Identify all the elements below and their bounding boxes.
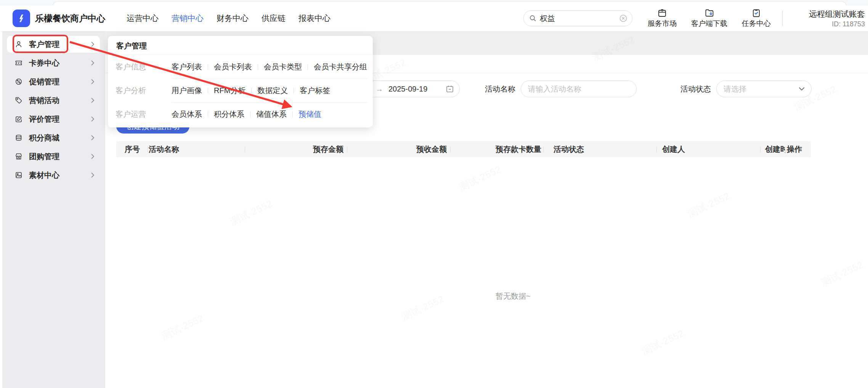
column-header-activity-status: 活动状态 [544, 141, 657, 157]
sidebar-item-group-buy-management[interactable]: 团购管理 [7, 148, 100, 165]
account-name: 远程组测试账套 [793, 9, 865, 19]
activity-name-input[interactable] [521, 80, 637, 97]
date-range-input[interactable]: → 2025-09-19 [362, 80, 460, 97]
sidebar-item-label: 团购管理 [29, 151, 91, 162]
client-download-link[interactable]: 客户端下载 [691, 8, 727, 29]
column-header-index: 序号 [116, 141, 148, 157]
search-input[interactable] [540, 14, 619, 23]
column-header-prestore-card-count: 预存款卡数量 [451, 141, 544, 157]
chevron-right-icon [91, 79, 95, 85]
select-placeholder: 请选择 [724, 84, 798, 94]
sidebar-item-label: 卡券中心 [29, 58, 91, 68]
sidebar-item-label: 促销管理 [29, 77, 91, 87]
column-header-create-time: 创建时间 [761, 141, 785, 157]
column-header-creator: 创建人 [657, 141, 761, 157]
activity-name-label: 活动名称 [485, 84, 515, 94]
person-icon [14, 40, 23, 48]
date-range-arrow: → [375, 85, 383, 93]
sidebar-item-label: 积分商城 [29, 133, 91, 143]
flyout-item-rfm-analysis[interactable]: RFM分析 [214, 85, 245, 96]
activity-status-filter: 活动状态 请选择 [680, 80, 812, 97]
flyout-item-member-card-type[interactable]: 会员卡类型 [264, 62, 302, 72]
sidebar-item-label: 评价管理 [29, 114, 91, 124]
flyout-group-customer-operation: 客户运营 会员体系 积分体系 储值体系 预储值 [108, 102, 373, 126]
flyout-title: 客户管理 [108, 36, 373, 55]
table-header: 序号 活动名称 预存金额 预收金额 预存款卡数量 活动状态 创建人 创建时间 操… [116, 141, 811, 157]
sidebar-item-label: 素材中心 [29, 170, 91, 180]
flyout-group-label: 客户运营 [116, 109, 146, 119]
chevron-right-icon [91, 153, 95, 159]
header-divider [782, 11, 783, 26]
sidebar-item-material-center[interactable]: 素材中心 [7, 167, 100, 184]
tag-icon [14, 96, 23, 105]
task-center-icon [751, 8, 761, 18]
flyout-item-prestored-value[interactable]: 预储值 [298, 109, 321, 119]
sidebar-item-label: 客户管理 [29, 39, 91, 50]
flyout-item-member-card-list[interactable]: 会员卡列表 [214, 62, 252, 72]
client-download-label: 客户端下载 [691, 19, 727, 29]
sidebar-item-review-management[interactable]: 评价管理 [7, 111, 100, 127]
percent-badge-icon [14, 77, 23, 86]
image-icon [14, 171, 23, 179]
column-header-prereceive-amount: 预收金额 [347, 141, 451, 157]
activity-status-select[interactable]: 请选择 [716, 80, 812, 97]
brand-logo-icon [13, 10, 30, 27]
nav-finance-center[interactable]: 财务中心 [217, 13, 249, 24]
brand-title: 乐檬餐饮商户中心 [35, 13, 105, 24]
column-header-prestore-amount: 预存金额 [245, 141, 347, 157]
flyout-group-customer-info: 客户信息 客户列表 会员卡列表 会员卡类型 会员卡共享分组 [108, 55, 373, 79]
flyout-item-user-portrait[interactable]: 用户画像 [172, 85, 202, 96]
activity-name-filter: 活动名称 [485, 80, 637, 97]
storefront-icon [14, 152, 23, 161]
flyout-item-data-definition[interactable]: 数据定义 [257, 85, 288, 96]
service-market-link[interactable]: 服务市场 [648, 8, 677, 29]
sidebar-item-customer-management[interactable]: 客户管理 [7, 36, 100, 53]
browser-tab-strip [0, 0, 868, 5]
task-center-link[interactable]: 任务中心 [742, 8, 771, 29]
flyout-item-member-card-share-group[interactable]: 会员卡共享分组 [314, 62, 367, 72]
chevron-down-icon [798, 87, 805, 91]
flyout-item-customer-tag[interactable]: 客户标签 [300, 85, 330, 96]
flyout-item-points-system[interactable]: 积分体系 [214, 109, 244, 119]
column-header-activity-name: 活动名称 [148, 141, 245, 157]
sidebar-item-marketing-activity[interactable]: 营销活动 [7, 92, 100, 109]
app-header: 乐檬餐饮商户中心 运营中心 营销中心 财务中心 供应链 报表中心 [0, 5, 868, 31]
column-header-operations: 操作 [785, 141, 811, 157]
chevron-right-icon [91, 172, 95, 178]
customer-management-flyout: 客户管理 客户信息 客户列表 会员卡列表 会员卡类型 会员卡共享分组 客户分析 … [108, 36, 373, 127]
sidebar-item-points-mall[interactable]: 积分商城 [7, 129, 100, 146]
nav-marketing-center[interactable]: 营销中心 [172, 13, 204, 24]
client-download-icon [704, 8, 714, 18]
nav-report-center[interactable]: 报表中心 [298, 13, 331, 24]
service-market-icon [657, 8, 667, 18]
sidebar: 客户管理 卡券中心 促销管理 [2, 31, 105, 388]
global-search[interactable] [523, 10, 632, 26]
nav-operation-center[interactable]: 运营中心 [127, 13, 159, 24]
flyout-group-label: 客户信息 [116, 62, 146, 72]
header-quick-links: 服务市场 客户端下载 [648, 8, 771, 29]
search-clear-icon[interactable] [619, 14, 627, 23]
search-icon [529, 14, 537, 22]
flyout-item-stored-value-system[interactable]: 储值体系 [256, 109, 287, 119]
nav-supply-chain[interactable]: 供应链 [262, 13, 286, 24]
activity-status-label: 活动状态 [680, 84, 711, 94]
sidebar-item-card-coupon-center[interactable]: 卡券中心 [7, 55, 100, 71]
flyout-group-label: 客户分析 [116, 85, 146, 96]
sidebar-item-promotion-management[interactable]: 促销管理 [7, 73, 100, 90]
chevron-right-icon [91, 60, 95, 66]
account-info[interactable]: 远程组测试账套 ID: 118753 [793, 9, 865, 28]
sidebar-item-label: 营销活动 [29, 95, 91, 106]
flyout-item-customer-list[interactable]: 客户列表 [172, 62, 202, 72]
chevron-right-icon [91, 135, 95, 141]
coupon-icon [14, 59, 23, 67]
main-nav: 运营中心 营销中心 财务中心 供应链 报表中心 [127, 13, 331, 24]
coins-icon [14, 134, 23, 142]
flyout-item-member-system[interactable]: 会员体系 [172, 109, 202, 119]
edit-square-icon [14, 115, 23, 123]
service-market-label: 服务市场 [648, 19, 677, 29]
calendar-icon [446, 85, 454, 93]
chevron-right-icon [91, 116, 95, 122]
date-end-value: 2025-09-19 [388, 85, 446, 93]
chevron-right-icon [91, 97, 95, 103]
flyout-group-customer-analysis: 客户分析 用户画像 RFM分析 数据定义 客户标签 [108, 79, 373, 102]
